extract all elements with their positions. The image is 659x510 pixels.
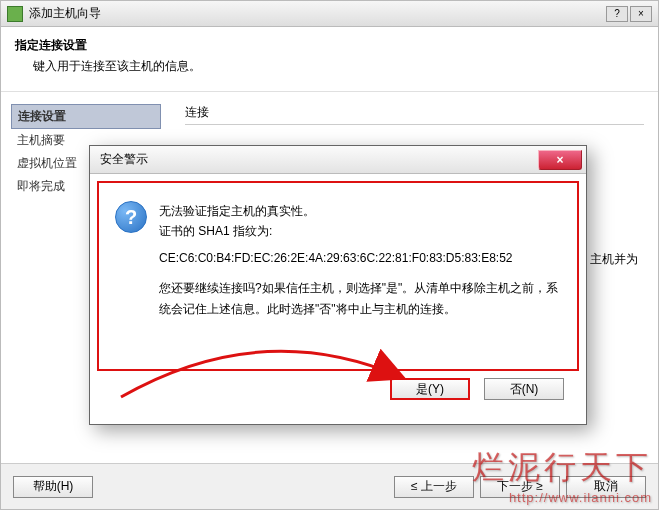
sidebar-item-connection-settings[interactable]: 连接设置 — [11, 104, 161, 129]
sidebar-item-label: 连接设置 — [18, 109, 66, 123]
security-alert-dialog: 安全警示 × ? 无法验证指定主机的真实性。 证书的 SHA1 指纹为: CE:… — [89, 145, 587, 425]
app-icon — [7, 6, 23, 22]
dialog-no-button[interactable]: 否(N) — [484, 378, 564, 400]
page-title: 指定连接设置 — [15, 37, 644, 54]
sidebar-item-label: 即将完成 — [17, 179, 65, 193]
dialog-line1: 无法验证指定主机的真实性。 — [159, 201, 561, 221]
dialog-paragraph: 您还要继续连接吗?如果信任主机，则选择"是"。从清单中移除主机之前，系统会记住上… — [159, 278, 561, 319]
wizard-footer: 帮助(H) ≤ 上一步 下一步 ≥ 取消 — [1, 463, 658, 509]
dialog-line2: 证书的 SHA1 指纹为: — [159, 221, 561, 241]
content-note: 主机并为 — [590, 251, 638, 268]
help-button[interactable]: 帮助(H) — [13, 476, 93, 498]
window-help-button[interactable]: ? — [606, 6, 628, 22]
wizard-titlebar: 添加主机向导 ? × — [1, 1, 658, 27]
cancel-button[interactable]: 取消 — [566, 476, 646, 498]
dialog-yes-button[interactable]: 是(Y) — [390, 378, 470, 400]
next-button[interactable]: 下一步 ≥ — [480, 476, 560, 498]
window-title: 添加主机向导 — [29, 5, 606, 22]
window-close-button[interactable]: × — [630, 6, 652, 22]
dialog-titlebar: 安全警示 × — [90, 146, 586, 174]
header-area: 指定连接设置 键入用于连接至该主机的信息。 — [1, 27, 658, 92]
page-subtitle: 键入用于连接至该主机的信息。 — [15, 58, 644, 75]
connection-section-label: 连接 — [185, 104, 644, 125]
dialog-fingerprint: CE:C6:C0:B4:FD:EC:26:2E:4A:29:63:6C:22:8… — [159, 248, 561, 268]
sidebar-item-label: 主机摘要 — [17, 133, 65, 147]
back-button[interactable]: ≤ 上一步 — [394, 476, 474, 498]
dialog-close-button[interactable]: × — [538, 150, 582, 170]
dialog-title: 安全警示 — [100, 151, 148, 168]
sidebar-item-label: 虚拟机位置 — [17, 156, 77, 170]
question-icon: ? — [115, 201, 147, 233]
